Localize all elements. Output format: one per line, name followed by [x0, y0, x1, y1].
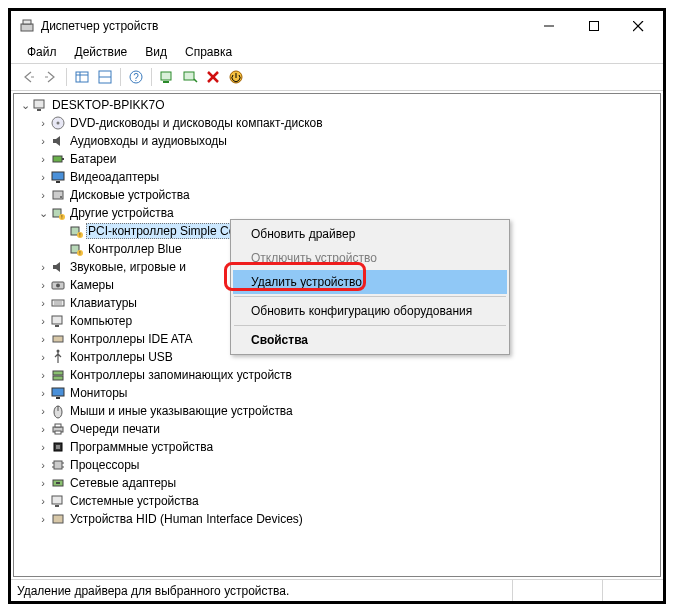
svg-rect-40	[52, 300, 64, 306]
context-menu: Обновить драйвер Отключить устройство Уд…	[230, 219, 510, 355]
sound-icon	[50, 259, 66, 275]
svg-rect-65	[52, 496, 62, 504]
svg-rect-14	[163, 81, 169, 83]
tree-node[interactable]: ›Контроллеры запоминающих устройств	[14, 366, 660, 384]
twisty-collapsed-icon[interactable]: ›	[36, 278, 50, 292]
storage-controller-icon	[50, 367, 66, 383]
node-label: Компьютер	[68, 313, 134, 329]
tree-node[interactable]: ›Процессоры	[14, 456, 660, 474]
device-tree-panel: ⌄DESKTOP-BPIKK7O ›DVD-дисководы и дисков…	[13, 93, 661, 577]
twisty-collapsed-icon[interactable]: ›	[36, 512, 50, 526]
svg-rect-58	[54, 461, 62, 469]
menu-help[interactable]: Справка	[177, 43, 240, 61]
show-hidden-button[interactable]	[71, 66, 93, 88]
disable-device-button[interactable]	[225, 66, 247, 88]
svg-text:?: ?	[133, 72, 139, 83]
tree-node[interactable]: ›DVD-дисководы и дисководы компакт-диско…	[14, 114, 660, 132]
update-driver-button[interactable]	[179, 66, 201, 88]
menu-view[interactable]: Вид	[137, 43, 175, 61]
svg-rect-24	[62, 158, 64, 160]
twisty-expanded-icon[interactable]: ⌄	[36, 206, 50, 220]
help-button[interactable]	[94, 66, 116, 88]
tree-node[interactable]: ›Батареи	[14, 150, 660, 168]
twisty-collapsed-icon[interactable]: ›	[36, 152, 50, 166]
twisty-collapsed-icon[interactable]: ›	[36, 116, 50, 130]
twisty-collapsed-icon[interactable]: ›	[36, 422, 50, 436]
twisty-collapsed-icon[interactable]: ›	[36, 476, 50, 490]
tree-node[interactable]: ›Сетевые адаптеры	[14, 474, 660, 492]
statusbar: Удаление драйвера для выбранного устройс…	[11, 579, 663, 601]
disc-icon	[50, 115, 66, 131]
twisty-collapsed-icon[interactable]: ›	[36, 314, 50, 328]
twisty-collapsed-icon[interactable]: ›	[36, 332, 50, 346]
hid-icon	[50, 511, 66, 527]
twisty-expanded-icon[interactable]: ⌄	[18, 98, 32, 112]
twisty-collapsed-icon[interactable]: ›	[36, 260, 50, 274]
tree-node[interactable]: ›Мониторы	[14, 384, 660, 402]
toolbar-separator	[120, 68, 121, 86]
svg-point-28	[60, 196, 62, 198]
tree-node[interactable]: ›Мыши и иные указывающие устройства	[14, 402, 660, 420]
menu-separator	[234, 325, 506, 326]
menu-separator	[234, 296, 506, 297]
svg-text:!: !	[61, 214, 62, 220]
node-label: Процессоры	[68, 457, 142, 473]
tree-node[interactable]: ›Аудиовходы и аудиовыходы	[14, 132, 660, 150]
node-label: Системные устройства	[68, 493, 201, 509]
svg-rect-1	[23, 20, 31, 24]
twisty-collapsed-icon[interactable]: ›	[36, 188, 50, 202]
svg-rect-0	[21, 24, 33, 31]
twisty-collapsed-icon[interactable]: ›	[36, 494, 50, 508]
twisty-collapsed-icon[interactable]: ›	[36, 368, 50, 382]
svg-point-39	[56, 284, 60, 288]
tree-node[interactable]: ›Программные устройства	[14, 438, 660, 456]
twisty-collapsed-icon[interactable]: ›	[36, 296, 50, 310]
audio-icon	[50, 133, 66, 149]
svg-rect-54	[55, 424, 61, 427]
menu-scan-hardware[interactable]: Обновить конфигурацию оборудования	[233, 299, 507, 323]
menu-disable-device[interactable]: Отключить устройство	[233, 246, 507, 270]
properties-button[interactable]: ?	[125, 66, 147, 88]
monitor-icon	[50, 385, 66, 401]
tree-node[interactable]: ›Дисковые устройства	[14, 186, 660, 204]
menu-properties[interactable]: Свойства	[233, 328, 507, 352]
cpu-icon	[50, 457, 66, 473]
back-button[interactable]	[17, 66, 39, 88]
minimize-button[interactable]	[526, 12, 571, 40]
svg-rect-26	[56, 181, 60, 183]
svg-rect-13	[161, 72, 171, 80]
twisty-collapsed-icon[interactable]: ›	[36, 458, 50, 472]
menu-uninstall-device[interactable]: Удалить устройство	[233, 270, 507, 294]
disk-icon	[50, 187, 66, 203]
twisty-collapsed-icon[interactable]: ›	[36, 350, 50, 364]
computer-icon	[50, 313, 66, 329]
svg-rect-6	[76, 72, 88, 82]
twisty-collapsed-icon[interactable]: ›	[36, 404, 50, 418]
mouse-icon	[50, 403, 66, 419]
svg-rect-57	[56, 445, 60, 449]
tree-node[interactable]: ›Очереди печати	[14, 420, 660, 438]
twisty-collapsed-icon[interactable]: ›	[36, 440, 50, 454]
menu-update-driver[interactable]: Обновить драйвер	[233, 222, 507, 246]
node-label: Очереди печати	[68, 421, 162, 437]
node-label: Устройства HID (Human Interface Devices)	[68, 511, 305, 527]
maximize-button[interactable]	[571, 12, 616, 40]
menu-action[interactable]: Действие	[67, 43, 136, 61]
menu-file[interactable]: Файл	[19, 43, 65, 61]
network-icon	[50, 475, 66, 491]
tree-node[interactable]: ›Видеоадаптеры	[14, 168, 660, 186]
tree-node[interactable]: ›Устройства HID (Human Interface Devices…	[14, 510, 660, 528]
node-label: Аудиовходы и аудиовыходы	[68, 133, 229, 149]
close-button[interactable]	[616, 12, 661, 40]
svg-text:!: !	[79, 250, 80, 256]
twisty-collapsed-icon[interactable]: ›	[36, 386, 50, 400]
system-device-icon	[50, 493, 66, 509]
twisty-collapsed-icon[interactable]: ›	[36, 134, 50, 148]
uninstall-device-button[interactable]	[202, 66, 224, 88]
twisty-collapsed-icon[interactable]: ›	[36, 170, 50, 184]
tree-node[interactable]: ›Системные устройства	[14, 492, 660, 510]
forward-button[interactable]	[40, 66, 62, 88]
svg-rect-43	[52, 316, 62, 324]
tree-root[interactable]: ⌄DESKTOP-BPIKK7O	[14, 96, 660, 114]
scan-hardware-button[interactable]	[156, 66, 178, 88]
